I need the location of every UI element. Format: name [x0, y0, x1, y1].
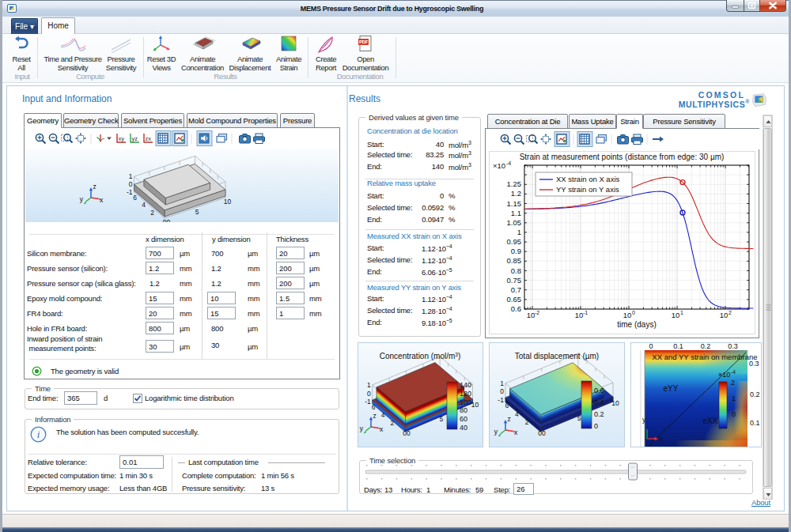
svg-text:y: y: [360, 424, 364, 432]
svg-text:10: 10: [623, 311, 632, 319]
svg-text:0.3: 0.3: [728, 343, 738, 350]
svg-text:Total displacement (µm): Total displacement (µm): [515, 352, 599, 360]
svg-text:10: 10: [672, 311, 680, 319]
svg-text:140: 140: [460, 381, 471, 389]
svg-text:1: 1: [517, 228, 521, 236]
svg-text:XX strain on X axis: XX strain on X axis: [556, 175, 620, 183]
svg-text:zx: zx: [146, 135, 152, 142]
svg-text:1: 1: [500, 379, 504, 387]
svg-text:1: 1: [367, 381, 371, 389]
svg-text:100: 100: [460, 398, 471, 406]
svg-text:1.2: 1.2: [511, 189, 521, 198]
svg-text:1.05: 1.05: [507, 218, 522, 227]
svg-text:×10: ×10: [718, 371, 730, 379]
svg-text:10: 10: [471, 401, 479, 409]
svg-text:-1: -1: [365, 398, 371, 406]
svg-text:4: 4: [515, 410, 519, 418]
svg-text:0.4: 0.4: [594, 398, 604, 406]
svg-text:00: 00: [403, 429, 411, 437]
svg-text:0.1: 0.1: [673, 343, 683, 350]
svg-text:Concentration (mol/m3): Concentration (mol/m3): [380, 352, 461, 360]
svg-text:1.1: 1.1: [511, 209, 521, 217]
svg-text:eXX: eXX: [703, 417, 718, 425]
svg-text:1.25: 1.25: [507, 179, 522, 188]
svg-text:6: 6: [372, 403, 376, 411]
svg-text:z: z: [508, 415, 511, 423]
svg-text:0: 0: [129, 180, 133, 188]
svg-text:z: z: [373, 412, 377, 420]
svg-text:0: 0: [649, 343, 653, 350]
svg-text:0.6: 0.6: [511, 304, 521, 313]
svg-text:6: 6: [505, 402, 509, 409]
svg-text:40: 40: [460, 424, 467, 432]
svg-text:y: y: [80, 195, 84, 203]
svg-text:×10: ×10: [493, 161, 505, 170]
svg-text:1.15: 1.15: [507, 199, 522, 208]
svg-text:0.95: 0.95: [507, 237, 522, 246]
svg-text:XX and YY strain on membrane: XX and YY strain on membrane: [652, 353, 757, 361]
svg-text:z: z: [93, 183, 97, 191]
svg-text:Strain at measurement points (: Strain at measurement points (distance f…: [520, 153, 725, 161]
svg-text:4: 4: [142, 201, 146, 209]
svg-text:5: 5: [439, 415, 443, 423]
svg-text:00: 00: [538, 429, 546, 437]
svg-text:0: 0: [732, 410, 736, 418]
svg-text:eYY: eYY: [664, 384, 679, 393]
svg-text:0.8: 0.8: [511, 266, 521, 275]
svg-text:2: 2: [150, 209, 154, 217]
svg-text:10: 10: [527, 311, 536, 319]
svg-text:0: 0: [500, 387, 504, 395]
svg-text:5: 5: [195, 208, 199, 216]
svg-text:0.2: 0.2: [750, 391, 760, 398]
svg-text:-1: -1: [583, 310, 588, 315]
svg-text:0: 0: [632, 310, 635, 315]
svg-text:1: 1: [680, 310, 683, 315]
svg-text:x: x: [380, 425, 384, 433]
svg-text:-4: -4: [731, 369, 736, 375]
svg-text:10: 10: [611, 399, 619, 407]
svg-text:0.3: 0.3: [749, 360, 759, 368]
svg-text:6: 6: [133, 194, 137, 202]
svg-text:time (days): time (days): [617, 320, 656, 329]
svg-text:0.6: 0.6: [594, 387, 604, 394]
svg-text:0.2: 0.2: [701, 343, 711, 350]
svg-text:80: 80: [460, 406, 467, 414]
svg-text:0: 0: [594, 422, 598, 430]
svg-text:YY strain on Y axis: YY strain on Y axis: [556, 185, 619, 194]
svg-text:0.65: 0.65: [507, 295, 522, 304]
svg-text:0.1: 0.1: [750, 419, 760, 427]
svg-text:1: 1: [129, 172, 133, 180]
svg-text:10: 10: [224, 198, 232, 206]
svg-text:0.7: 0.7: [511, 285, 521, 294]
svg-text:PDF: PDF: [359, 40, 369, 44]
svg-text:-1: -1: [498, 396, 504, 404]
svg-text:60: 60: [460, 415, 467, 423]
svg-text:yz: yz: [132, 135, 138, 142]
svg-text:0.75: 0.75: [507, 276, 522, 285]
svg-text:00: 00: [163, 218, 171, 222]
svg-text:xy: xy: [119, 135, 125, 142]
svg-text:10: 10: [720, 311, 729, 319]
svg-text:0.9: 0.9: [511, 247, 521, 255]
svg-text:-4: -4: [506, 160, 511, 166]
svg-text:2: 2: [390, 419, 394, 427]
svg-text:10: 10: [575, 311, 584, 319]
svg-text:-2: -2: [535, 310, 539, 315]
svg-text:0.85: 0.85: [507, 256, 522, 265]
svg-text:2: 2: [731, 379, 735, 387]
svg-text:5: 5: [577, 414, 581, 422]
svg-text:2: 2: [729, 310, 732, 315]
svg-text:x: x: [100, 196, 104, 204]
svg-text:0.2: 0.2: [594, 410, 604, 418]
svg-text:2: 2: [525, 418, 529, 426]
svg-text:i: i: [37, 428, 40, 440]
svg-text:120: 120: [460, 390, 471, 398]
svg-text:1: 1: [732, 394, 736, 402]
svg-text:x: x: [514, 428, 518, 436]
svg-text:4: 4: [381, 411, 385, 419]
svg-text:-1: -1: [127, 188, 133, 196]
svg-text:0: 0: [367, 390, 371, 398]
svg-text:y: y: [494, 428, 498, 436]
